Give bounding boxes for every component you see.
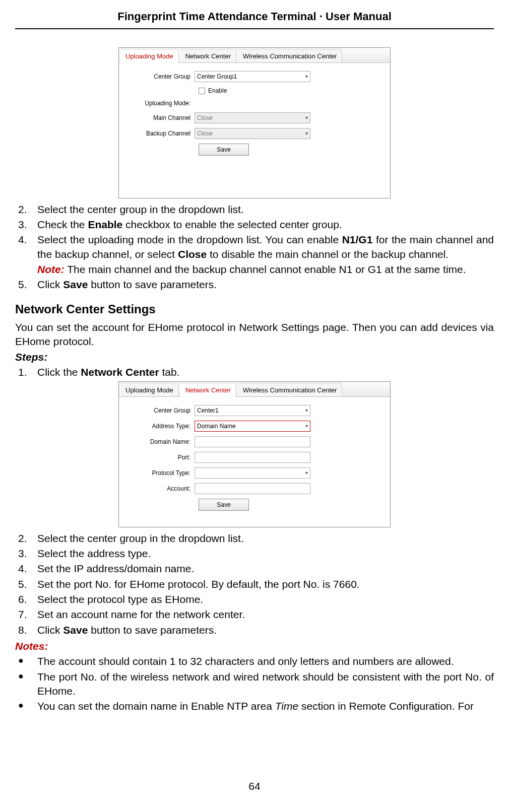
chevron-down-icon: ▾ [305,130,308,137]
bullet-icon: ● [15,670,37,699]
step-text: Click Save button to save parameters. [37,278,494,292]
domain-name-label: Domain Name: [130,438,195,446]
step-text: Check the Enable checkbox to enable the … [37,218,494,232]
main-channel-value: Close [197,114,213,122]
section-heading: Network Center Settings [15,301,494,317]
step-item: 8. Click Save button to save parameters. [15,623,494,637]
step-number: 4. [15,233,37,261]
main-channel-label: Main Channel [130,114,195,122]
address-type-select[interactable]: Domain Name ▾ [195,421,310,432]
step-item: 7. Set an account name for the network c… [15,607,494,622]
backup-channel-label: Backup Channel [130,129,195,138]
bullet-item: ● You can set the domain name in Enable … [15,699,494,713]
step-number: 2. [15,531,37,546]
page-number: 64 [15,779,494,793]
step-number: 2. [15,202,37,217]
backup-channel-select[interactable]: Close ▾ [195,128,310,139]
step-number: 7. [15,607,37,622]
tab-network-center[interactable]: Network Center [180,49,236,63]
address-type-label: Address Type: [130,422,195,430]
step-item: 4. Set the IP address/domain name. [15,562,494,576]
section-intro: You can set the account for EHome protoc… [15,320,494,349]
address-type-value: Domain Name [197,422,236,430]
step-item: 1. Click the Network Center tab. [15,365,494,379]
tab-network-center[interactable]: Network Center [180,383,236,397]
uploading-mode-figure: Uploading Mode Network Center Wireless C… [118,47,391,198]
enable-checkbox[interactable] [199,88,205,94]
network-center-figure: Uploading Mode Network Center Wireless C… [118,381,391,527]
step-item: 3. Select the address type. [15,547,494,561]
step-number: 8. [15,623,37,637]
tab-wireless-center[interactable]: Wireless Communication Center [237,383,342,397]
center-group-label: Center Group [130,73,195,81]
enable-label: Enable [208,87,227,95]
center-group-value: Center1 [197,407,219,415]
main-channel-select[interactable]: Close ▾ [195,112,310,123]
tab-uploading-mode[interactable]: Uploading Mode [120,49,179,63]
port-input[interactable] [195,452,310,463]
step-item: 2. Select the center group in the dropdo… [15,202,494,217]
step-number: 1. [15,365,37,379]
bullet-text: The account should contain 1 to 32 chara… [37,654,494,668]
step-text: Select the uploading mode in the dropdow… [37,233,494,261]
domain-name-input[interactable] [195,436,310,447]
step-number: 6. [15,592,37,606]
chevron-down-icon: ▾ [305,407,308,414]
chevron-down-icon: ▾ [305,114,308,121]
port-label: Port: [130,453,195,461]
step-item: 3. Check the Enable checkbox to enable t… [15,218,494,232]
backup-channel-value: Close [197,129,213,138]
chevron-down-icon: ▾ [305,423,308,430]
step-item: 6. Select the protocol type as EHome. [15,592,494,606]
tab-wireless-center[interactable]: Wireless Communication Center [237,49,342,63]
step-number: 3. [15,547,37,561]
center-group-select[interactable]: Center1 ▾ [195,405,310,416]
center-group-select[interactable]: Center Group1 ▾ [195,71,310,82]
step-text: Select the address type. [37,547,494,561]
protocol-type-select[interactable]: ▾ [195,467,310,479]
step-text: Click the Network Center tab. [37,365,494,379]
notes-label: Notes: [15,639,494,653]
step-number: 5. [15,577,37,591]
bullet-text: The port No. of the wireless network and… [37,670,494,699]
document-header: Fingerprint Time Attendance Terminal · U… [15,9,494,28]
step-text: Set the port No. for EHome protocol. By … [37,577,494,591]
bullet-text: You can set the domain name in Enable NT… [37,699,494,713]
step-text: Set the IP address/domain name. [37,562,494,576]
step-item: 4. Select the uploading mode in the drop… [15,233,494,261]
step-item: 2. Select the center group in the dropdo… [15,531,494,546]
chevron-down-icon: ▾ [305,469,308,477]
steps-label: Steps: [15,350,494,364]
account-label: Account: [130,485,195,493]
bullet-item: ● The account should contain 1 to 32 cha… [15,654,494,668]
step-text: Click Save button to save parameters. [37,623,494,637]
header-rule [15,28,494,29]
step-text: Select the protocol type as EHome. [37,592,494,606]
step-item: 5. Set the port No. for EHome protocol. … [15,577,494,591]
center-group-label: Center Group [130,407,195,415]
save-button[interactable]: Save [199,499,249,511]
step-text: Set an account name for the network cent… [37,607,494,622]
bullet-icon: ● [15,654,37,668]
chevron-down-icon: ▾ [305,73,308,80]
save-button[interactable]: Save [199,144,249,156]
tab-uploading-mode[interactable]: Uploading Mode [120,383,179,397]
step-number: 5. [15,278,37,292]
step-number: 4. [15,562,37,576]
step-item: 5. Click Save button to save parameters. [15,278,494,292]
step-number: 3. [15,218,37,232]
uploading-mode-label: Uploading Mode: [130,99,195,107]
step-text: Select the center group in the dropdown … [37,531,494,546]
bullet-item: ● The port No. of the wireless network a… [15,670,494,699]
account-input[interactable] [195,483,310,494]
step-note: Note: The main channel and the backup ch… [15,262,494,277]
protocol-type-label: Protocol Type: [130,469,195,477]
step-text: Select the center group in the dropdown … [37,202,494,217]
bullet-icon: ● [15,699,37,713]
center-group-value: Center Group1 [197,73,237,81]
